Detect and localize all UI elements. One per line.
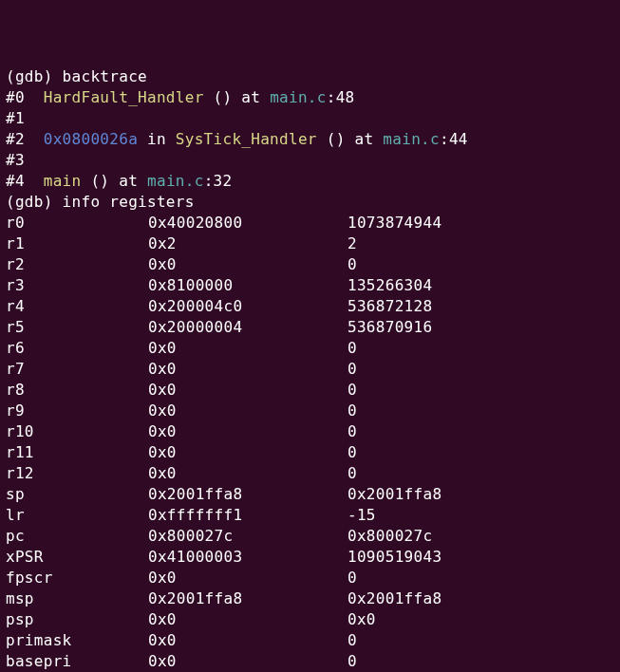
terminal-output: (gdb) backtrace #0 HardFault_Handler () … <box>6 66 614 672</box>
register-dec: 135266304 <box>348 276 432 294</box>
register-name: r2 <box>6 254 148 275</box>
source-file: main.c <box>270 88 327 106</box>
register-dec: 0 <box>348 255 357 273</box>
in-keyword: in <box>138 130 176 148</box>
at-keyword: at <box>109 172 147 190</box>
register-name: basepri <box>6 651 148 672</box>
register-hex: 0x0 <box>148 380 348 401</box>
register-dec: 0 <box>348 569 357 587</box>
frame-number: #3 <box>6 151 44 169</box>
register-hex: 0x20000004 <box>148 317 348 338</box>
function-name: main <box>44 172 82 190</box>
line-number: 32 <box>214 172 233 190</box>
at-keyword: at <box>346 130 384 148</box>
frame-number: #1 <box>6 109 44 127</box>
register-row: fpscr0x00 <box>6 568 614 588</box>
register-row: r100x00 <box>6 421 614 442</box>
register-dec: 0 <box>348 360 357 378</box>
register-dec: 0 <box>348 652 357 670</box>
register-row: r50x20000004536870916 <box>6 317 614 338</box>
line-number: 48 <box>336 88 355 106</box>
frame-address: 0x0800026a <box>44 130 138 148</box>
register-hex: 0x0 <box>148 359 348 380</box>
register-row: r120x00 <box>6 463 614 484</box>
register-dec: 0x800027c <box>348 527 442 545</box>
gdb-command: backtrace <box>63 67 147 85</box>
register-dec: 0x0 <box>348 610 376 628</box>
register-name: r12 <box>6 463 148 484</box>
register-dec: 0 <box>348 401 357 420</box>
function-name: SysTick_Handler <box>176 130 317 148</box>
backtrace-frame: #1 <box>6 108 614 129</box>
register-row: sp0x2001ffa80x2001ffa8 <box>6 484 614 505</box>
register-name: xPSR <box>6 547 148 568</box>
frame-number: #0 <box>6 88 44 106</box>
register-name: fpscr <box>6 568 148 588</box>
backtrace-frame: #0 HardFault_Handler () at main.c:48 <box>6 87 614 108</box>
backtrace-frame: #4 main () at main.c:32 <box>6 171 614 192</box>
register-name: psp <box>6 609 148 630</box>
function-name: HardFault_Handler <box>44 88 204 106</box>
colon: : <box>440 130 449 148</box>
register-row: r110x00 <box>6 442 614 463</box>
register-hex: 0x200004c0 <box>148 296 348 317</box>
register-dec: 536872128 <box>348 297 432 315</box>
register-hex: 0x0 <box>148 338 348 359</box>
register-row: pc0x800027c0x800027c <box>6 526 614 547</box>
register-row: r00x400208001073874944 <box>6 213 614 233</box>
parens: () <box>81 172 109 190</box>
register-dec: 0 <box>348 339 357 357</box>
register-name: primask <box>6 630 148 651</box>
register-dec: 2 <box>348 234 357 252</box>
register-row: r40x200004c0536872128 <box>6 296 614 317</box>
register-hex: 0x2001ffa8 <box>148 484 348 505</box>
register-name: r5 <box>6 317 148 338</box>
register-hex: 0x0 <box>148 463 348 484</box>
register-dec: 0x2001ffa8 <box>348 485 442 503</box>
register-hex: 0x0 <box>148 568 348 588</box>
register-hex: 0xfffffff1 <box>148 505 348 526</box>
register-name: r3 <box>6 275 148 296</box>
register-name: lr <box>6 505 148 526</box>
register-hex: 0x0 <box>148 609 348 630</box>
register-row: r90x00 <box>6 401 614 421</box>
register-name: msp <box>6 588 148 609</box>
register-row: basepri0x00 <box>6 651 614 672</box>
at-keyword: at <box>232 88 270 106</box>
register-dec: 536870916 <box>348 318 432 336</box>
backtrace-frame: #2 0x0800026a in SysTick_Handler () at m… <box>6 129 614 150</box>
backtrace-frame: #3 <box>6 150 614 171</box>
colon: : <box>327 88 336 106</box>
register-name: r7 <box>6 359 148 380</box>
register-name: r1 <box>6 233 148 254</box>
register-hex: 0x2001ffa8 <box>148 588 348 609</box>
frame-number: #4 <box>6 172 44 190</box>
register-hex: 0x41000003 <box>148 547 348 568</box>
register-name: pc <box>6 526 148 547</box>
gdb-prompt: (gdb) <box>6 193 63 211</box>
register-hex: 0x0 <box>148 401 348 421</box>
register-hex: 0x0 <box>148 651 348 672</box>
line-number: 44 <box>449 130 468 148</box>
backtrace-output: #0 HardFault_Handler () at main.c:48#1 #… <box>6 87 614 192</box>
register-row: r70x00 <box>6 359 614 380</box>
register-hex: 0x8100000 <box>148 275 348 296</box>
register-dec: 0 <box>348 381 357 399</box>
gdb-command: info registers <box>63 193 195 211</box>
register-hex: 0x800027c <box>148 526 348 547</box>
register-row: r10x22 <box>6 233 614 254</box>
register-hex: 0x0 <box>148 630 348 651</box>
source-file: main.c <box>383 130 440 148</box>
register-name: r6 <box>6 338 148 359</box>
registers-output: r00x400208001073874944r10x22r20x00r30x81… <box>6 213 614 672</box>
register-dec: -15 <box>348 506 376 524</box>
parens: () <box>317 130 346 148</box>
register-row: lr0xfffffff1-15 <box>6 505 614 526</box>
register-dec: 1073874944 <box>348 214 442 232</box>
register-hex: 0x0 <box>148 442 348 463</box>
register-name: r4 <box>6 296 148 317</box>
register-dec: 0 <box>348 464 357 482</box>
colon: : <box>204 172 214 190</box>
register-row: msp0x2001ffa80x2001ffa8 <box>6 588 614 609</box>
register-name: r11 <box>6 442 148 463</box>
